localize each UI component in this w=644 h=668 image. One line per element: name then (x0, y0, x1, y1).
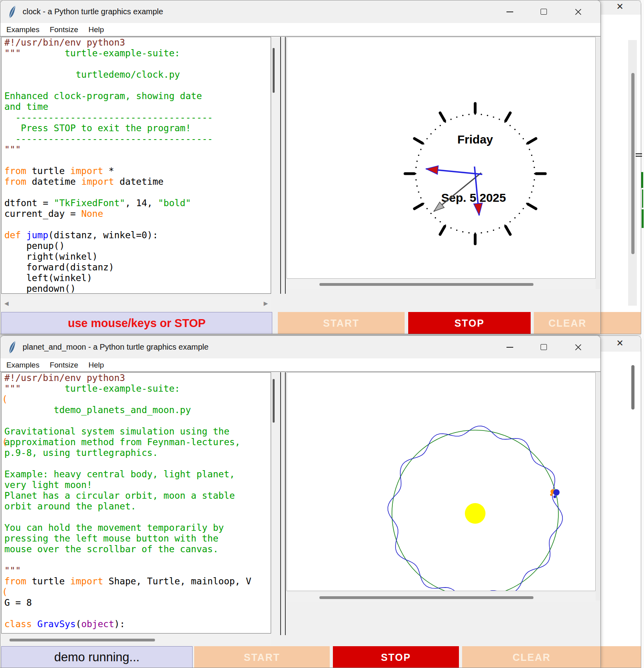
clock-minute-dot (533, 167, 535, 168)
code-line: """ (2, 565, 271, 576)
menu-examples[interactable]: Examples (1, 361, 44, 369)
clock-minute-dot (426, 138, 428, 139)
clock-minute-dot (523, 208, 524, 209)
canvas-horizontal-scrollbar[interactable] (287, 279, 596, 289)
code-line (2, 458, 271, 469)
orbiting-body (550, 494, 552, 496)
clock-minute-dot (420, 149, 421, 150)
scroll-left-icon[interactable]: ◀ (4, 301, 9, 306)
close-icon[interactable]: ✕ (616, 338, 623, 348)
window-title: clock - a Python turtle graphics example (23, 0, 163, 23)
scrollbar-thumb[interactable] (273, 48, 275, 93)
pane-sash[interactable] (280, 37, 286, 294)
turtle-canvas[interactable]: FridaySep. 5 2025 (287, 37, 596, 279)
code-line: """ turtle-example-suite: (2, 48, 271, 59)
code-line: ( (2, 587, 271, 597)
start-button[interactable]: START (278, 312, 405, 334)
titlebar[interactable]: ✕ (596, 0, 641, 15)
code-line: mouse over the scrollbar of the canvas. (2, 544, 271, 555)
clock-minute-dot (440, 125, 441, 126)
window-planet-and-moon: planet_and_moon - a Python turtle graphi… (0, 335, 601, 668)
code-line: pressing the left mouse button with the (2, 533, 271, 544)
menu-help[interactable]: Help (83, 361, 109, 369)
background-drawing-mark (641, 172, 643, 188)
python-feather-icon (8, 5, 18, 19)
turtle-canvas[interactable] (287, 372, 596, 591)
clock-minute-dot (531, 191, 532, 193)
clock-minute-dot (417, 161, 418, 162)
clock-minute-dot (417, 185, 418, 186)
close-icon[interactable]: ✕ (616, 2, 623, 12)
code-editor[interactable]: #!/usr/bin/env python3""" turtle-example… (1, 372, 271, 634)
stray-paren-glyph: ( (2, 587, 8, 597)
background-window-top: ✕ (596, 0, 641, 334)
code-line: forward(distanz) (2, 262, 271, 273)
orbiting-body (553, 489, 560, 496)
code-editor[interactable]: #!/usr/bin/env python3""" turtle-example… (1, 37, 271, 294)
titlebar[interactable]: ✕ (596, 336, 641, 352)
menu-fontsize[interactable]: Fontsize (44, 25, 83, 34)
clock-minute-dot (468, 232, 470, 233)
clock-minute-dot (426, 208, 428, 209)
clock-minute-dot (487, 115, 488, 116)
code-line: dtfont = "TkFixedFont", 14, "bold" (2, 198, 271, 209)
clock-minute-dot (430, 133, 432, 134)
clock-minute-dot (481, 232, 482, 233)
canvas-vertical-scrollbar[interactable] (596, 372, 601, 601)
code-line (2, 80, 271, 91)
clock-minute-dot (420, 197, 421, 198)
code-horizontal-scrollbar[interactable]: ◀ ▶ (1, 297, 271, 310)
stop-button[interactable]: STOP (333, 646, 459, 668)
maximize-icon[interactable] (532, 336, 555, 358)
scrollbar-thumb[interactable] (319, 596, 533, 599)
menu-bar: Examples Fontsize Help (0, 358, 600, 372)
clock-minute-dot (519, 213, 520, 214)
code-line: G = 8 (2, 597, 271, 608)
scrollbar-thumb[interactable] (10, 639, 155, 641)
clear-button[interactable]: CLEAR (462, 646, 601, 668)
canvas-vertical-scrollbar[interactable] (596, 37, 601, 289)
clock-minute-dot (415, 179, 417, 180)
clock-minute-dot (456, 230, 457, 231)
clock-minute-dot (481, 114, 482, 115)
desktop-background (641, 0, 644, 668)
close-icon[interactable] (567, 0, 590, 23)
window-clock: clock - a Python turtle graphics example… (0, 0, 601, 334)
button-bar (596, 646, 641, 668)
scrollbar-thumb[interactable] (631, 73, 634, 254)
canvas-horizontal-scrollbar[interactable] (287, 593, 596, 602)
code-line: Gravitational system simulation using th… (2, 426, 271, 437)
clock-minute-dot (519, 133, 520, 134)
background-drawing-mark (636, 153, 642, 154)
scrollbar-thumb[interactable] (319, 283, 533, 286)
code-horizontal-scrollbar[interactable] (1, 635, 271, 645)
code-line: ( (2, 394, 271, 405)
close-icon[interactable] (567, 336, 590, 358)
menu-examples[interactable]: Examples (1, 25, 44, 34)
titlebar[interactable]: planet_and_moon - a Python turtle graphi… (0, 336, 600, 358)
menu-help[interactable]: Help (83, 25, 109, 34)
code-line (2, 59, 271, 69)
minimize-icon[interactable] (498, 0, 521, 23)
start-button[interactable]: START (194, 646, 330, 668)
clock-hour-tick (506, 226, 510, 234)
scrollbar-thumb[interactable] (631, 365, 634, 410)
code-line: and time (2, 101, 271, 112)
scroll-right-icon[interactable]: ▶ (264, 301, 268, 306)
maximize-icon[interactable] (532, 0, 555, 23)
code-line (2, 555, 271, 565)
pane-sash[interactable] (280, 372, 286, 635)
code-line (2, 512, 271, 523)
stop-button[interactable]: STOP (408, 312, 531, 334)
status-bar: demo running... (1, 646, 193, 668)
code-line: You can hold the movement temporarily by (2, 523, 271, 533)
code-line: from turtle import Shape, Turtle, mainlo… (2, 576, 271, 587)
clock-minute-dot (533, 179, 535, 180)
code-line (2, 187, 271, 198)
code-line: very light moon! (2, 480, 271, 490)
clear-button[interactable]: CLEAR (534, 312, 601, 334)
scrollbar-thumb[interactable] (273, 379, 275, 423)
menu-fontsize[interactable]: Fontsize (44, 361, 83, 369)
titlebar[interactable]: clock - a Python turtle graphics example (0, 0, 600, 23)
minimize-icon[interactable] (498, 336, 521, 358)
